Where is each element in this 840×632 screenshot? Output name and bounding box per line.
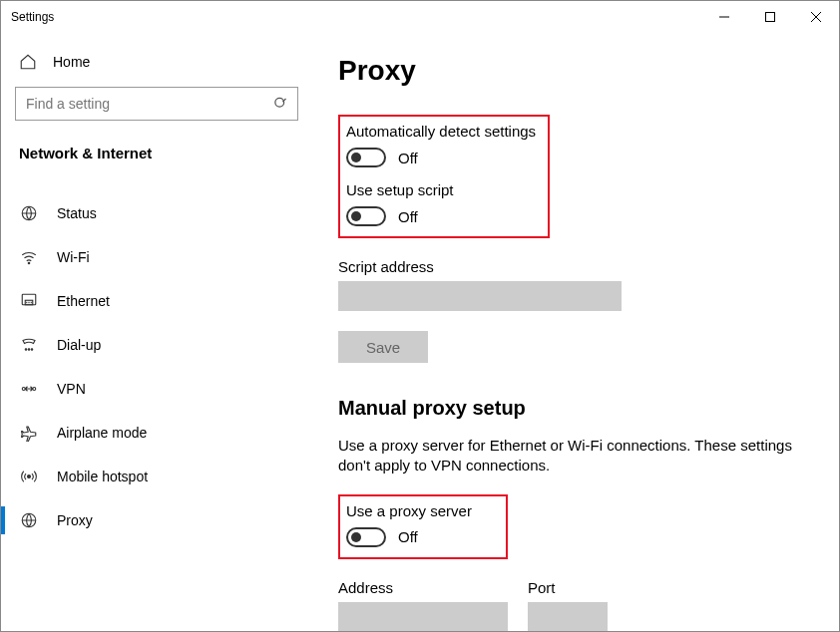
sidebar-item-label: Status	[57, 205, 97, 221]
titlebar: Settings	[1, 1, 839, 33]
sidebar: Home Network & Internet Status Wi-Fi	[1, 33, 312, 631]
category-title: Network & Internet	[1, 121, 312, 175]
highlight-auto-section: Automatically detect settings Off Use se…	[338, 115, 550, 238]
sidebar-item-wifi[interactable]: Wi-Fi	[1, 235, 312, 279]
setup-script-label: Use setup script	[346, 181, 536, 198]
svg-point-13	[25, 349, 27, 351]
search-wrap	[15, 87, 298, 121]
auto-detect-toggle[interactable]	[346, 148, 386, 167]
minimize-button[interactable]	[701, 1, 747, 33]
svg-rect-1	[766, 13, 775, 22]
ethernet-icon	[19, 291, 39, 311]
window-title: Settings	[11, 10, 701, 24]
hotspot-icon	[19, 467, 39, 486]
use-proxy-setting: Use a proxy server Off	[346, 502, 494, 547]
setup-script-state: Off	[398, 208, 418, 225]
sidebar-item-label: VPN	[57, 381, 86, 397]
window-controls	[701, 1, 839, 33]
status-icon	[19, 203, 39, 223]
sidebar-item-label: Wi-Fi	[57, 249, 90, 265]
page-title: Proxy	[338, 55, 813, 87]
use-proxy-toggle[interactable]	[346, 527, 386, 547]
content-pane: Proxy Automatically detect settings Off …	[312, 33, 839, 631]
sidebar-item-vpn[interactable]: VPN	[1, 367, 312, 411]
vpn-icon	[19, 379, 39, 399]
svg-point-18	[28, 475, 31, 478]
sidebar-item-proxy[interactable]: Proxy	[1, 498, 312, 542]
home-icon	[19, 53, 37, 71]
maximize-icon	[765, 12, 775, 22]
address-input[interactable]	[338, 602, 508, 632]
sidebar-item-airplane[interactable]: Airplane mode	[1, 411, 312, 455]
svg-point-14	[28, 349, 30, 351]
manual-section-desc: Use a proxy server for Ethernet or Wi-Fi…	[338, 436, 797, 476]
nav-list: Status Wi-Fi Ethernet Dial-up	[1, 191, 312, 542]
sidebar-item-label: Ethernet	[57, 293, 110, 309]
script-address-input[interactable]	[338, 281, 622, 311]
svg-point-7	[28, 262, 30, 264]
sidebar-item-status[interactable]: Status	[1, 191, 312, 235]
address-label: Address	[338, 579, 508, 596]
port-label: Port	[528, 579, 608, 596]
sidebar-item-label: Proxy	[57, 512, 93, 528]
manual-section-title: Manual proxy setup	[338, 397, 813, 420]
sidebar-item-label: Dial-up	[57, 337, 101, 353]
auto-detect-label: Automatically detect settings	[346, 123, 536, 140]
port-input[interactable]	[528, 602, 608, 632]
airplane-icon	[19, 423, 39, 443]
auto-detect-setting: Automatically detect settings Off	[346, 123, 536, 167]
sidebar-item-label: Mobile hotspot	[57, 469, 148, 484]
dialup-icon	[19, 335, 39, 355]
setup-script-setting: Use setup script Off	[346, 181, 536, 226]
auto-detect-state: Off	[398, 150, 418, 166]
globe-icon	[19, 510, 39, 530]
home-label: Home	[53, 54, 90, 70]
setup-script-toggle[interactable]	[346, 206, 386, 226]
wifi-icon	[19, 247, 39, 267]
sidebar-item-dialup[interactable]: Dial-up	[1, 323, 312, 367]
search-icon	[273, 97, 288, 112]
close-icon	[811, 12, 821, 22]
maximize-button[interactable]	[747, 1, 793, 33]
search-input[interactable]	[15, 87, 298, 121]
svg-point-15	[31, 349, 33, 351]
use-proxy-label: Use a proxy server	[346, 502, 494, 519]
svg-point-4	[275, 98, 284, 107]
use-proxy-state: Off	[398, 528, 418, 545]
sidebar-item-hotspot[interactable]: Mobile hotspot	[1, 455, 312, 498]
close-button[interactable]	[793, 1, 839, 33]
script-address-label: Script address	[338, 258, 813, 275]
highlight-manual-section: Use a proxy server Off	[338, 494, 508, 559]
home-nav-item[interactable]: Home	[1, 43, 312, 81]
sidebar-item-label: Airplane mode	[57, 425, 147, 441]
minimize-icon	[719, 12, 729, 22]
address-port-row: Address Port	[338, 573, 813, 632]
sidebar-item-ethernet[interactable]: Ethernet	[1, 279, 312, 323]
save-button[interactable]: Save	[338, 331, 428, 363]
